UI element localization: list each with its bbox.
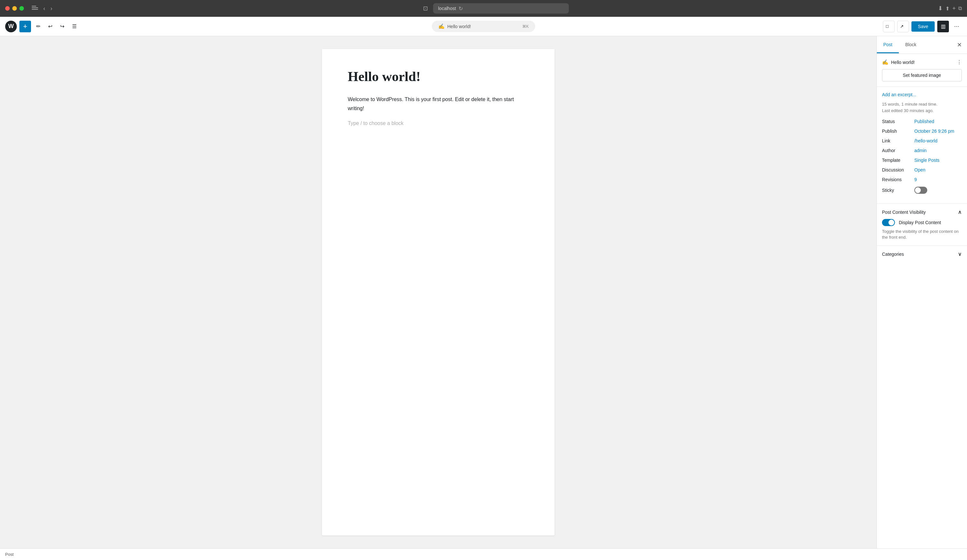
undo-button[interactable]: ↩ <box>46 21 55 32</box>
search-button[interactable]: ✍ Hello world! ⌘K <box>432 21 535 32</box>
traffic-light-fullscreen[interactable] <box>20 6 24 11</box>
statusbar-label: Post <box>5 552 13 557</box>
visibility-label: Display Post Content <box>899 220 941 225</box>
redo-button[interactable]: ↪ <box>58 21 67 32</box>
visibility-chevron-icon: ∧ <box>958 209 962 215</box>
post-content-area[interactable]: Hello world! Welcome to WordPress. This … <box>322 49 554 535</box>
post-more-button[interactable]: ⋮ <box>957 59 962 65</box>
preview-button[interactable]: □ <box>883 21 894 32</box>
discussion-label: Discussion <box>882 167 914 173</box>
editor-sidebar: Post Block ✕ ✍ Hello world! ⋮ Set <box>876 36 967 548</box>
tools-button[interactable]: ✏ <box>34 21 43 32</box>
sidebar-header: Post Block ✕ <box>877 36 967 54</box>
publish-row: Publish October 26 9:26 pm <box>882 128 962 134</box>
address-bar-container: ⊡ localhost <box>58 3 934 13</box>
status-value[interactable]: Published <box>914 119 934 124</box>
browser-share2-icon[interactable]: ⬆ <box>946 5 950 12</box>
publish-value[interactable]: October 26 9:26 pm <box>914 128 954 134</box>
browser-forward-button[interactable]: › <box>49 4 54 13</box>
sticky-label: Sticky <box>882 188 914 193</box>
external-link-button[interactable]: ↗ <box>897 21 909 32</box>
browser-new-tab-icon[interactable]: + <box>952 5 956 12</box>
set-featured-image-button[interactable]: Set featured image <box>882 69 962 81</box>
browser-nav: ‹ › <box>30 4 54 13</box>
traffic-light-close[interactable] <box>5 6 10 11</box>
sidebar-icon: ▥ <box>941 23 946 30</box>
display-post-toggle[interactable] <box>882 219 895 226</box>
close-icon: ✕ <box>957 42 962 48</box>
editor-statusbar: Post <box>0 548 967 560</box>
categories-chevron-icon: ∨ <box>958 251 962 257</box>
sidebar-toggle-button[interactable]: ▥ <box>937 21 949 32</box>
toolbar-search: ✍ Hello world! ⌘K <box>432 21 535 32</box>
traffic-light-minimize[interactable] <box>12 6 17 11</box>
save-button[interactable]: Save <box>911 21 935 32</box>
visibility-toggle-row: Display Post Content <box>882 219 962 226</box>
editor-canvas[interactable]: Hello world! Welcome to WordPress. This … <box>0 36 876 548</box>
status-row: Status Published <box>882 119 962 124</box>
post-body-paragraph[interactable]: Welcome to WordPress. This is your first… <box>348 95 529 112</box>
browser-windows-icon[interactable]: ⧉ <box>958 5 962 12</box>
browser-sidebar-button[interactable] <box>30 4 40 13</box>
template-value[interactable]: Single Posts <box>914 158 939 163</box>
link-value[interactable]: /hello-world <box>914 138 937 143</box>
post-more-icon: ⋮ <box>957 59 962 65</box>
address-url: localhost <box>438 6 456 11</box>
editor-toolbar: W + ✏ ↩ ↪ ☰ ✍ Hello world! ⌘K □ <box>0 17 967 36</box>
sticky-row: Sticky <box>882 187 962 194</box>
list-view-button[interactable]: ☰ <box>69 21 79 32</box>
wp-logo[interactable]: W <box>5 21 17 32</box>
more-options-icon: ⋯ <box>954 23 959 30</box>
visibility-header[interactable]: Post Content Visibility ∧ <box>882 209 962 215</box>
add-excerpt-link[interactable]: Add an excerpt... <box>882 92 962 97</box>
author-value[interactable]: admin <box>914 148 927 153</box>
template-label: Template <box>882 158 914 163</box>
add-block-button[interactable]: + <box>20 21 31 32</box>
visibility-section: Post Content Visibility ∧ Display Post C… <box>877 203 967 245</box>
post-info-section: ✍ Hello world! ⋮ Set featured image <box>877 54 967 87</box>
sidebar-close-button[interactable]: ✕ <box>952 36 967 54</box>
author-row: Author admin <box>882 148 962 153</box>
address-bar[interactable]: localhost <box>433 3 569 13</box>
revisions-label: Revisions <box>882 177 914 182</box>
display-post-thumb <box>888 220 894 226</box>
block-placeholder[interactable]: Type / to choose a block <box>348 120 529 126</box>
post-title-row: ✍ Hello world! ⋮ <box>882 59 962 65</box>
sidebar-body: ✍ Hello world! ⋮ Set featured image Add … <box>877 54 967 548</box>
more-options-button[interactable]: ⋯ <box>952 21 962 32</box>
categories-section: Categories ∨ <box>877 245 967 262</box>
visibility-description: Toggle the visibility of the post conten… <box>882 229 962 240</box>
search-text: Hello world! <box>447 24 471 29</box>
sticky-thumb <box>915 187 921 193</box>
browser-chrome: ‹ › ⊡ localhost ⬇ ⬆ + ⧉ <box>0 0 967 17</box>
reload-icon[interactable] <box>459 5 463 12</box>
sticky-toggle[interactable] <box>914 187 927 194</box>
categories-header[interactable]: Categories ∨ <box>882 251 962 257</box>
meta-section: Add an excerpt... 15 words, 1 minute rea… <box>877 87 967 203</box>
status-label: Status <box>882 119 914 124</box>
editor-main: Hello world! Welcome to WordPress. This … <box>0 36 967 548</box>
categories-title: Categories <box>882 252 904 257</box>
wp-logo-letter: W <box>8 23 14 30</box>
browser-extra-icons: ⬇ ⬆ + ⧉ <box>938 5 962 12</box>
preview-icon: □ <box>886 24 888 29</box>
revisions-row: Revisions 9 <box>882 177 962 182</box>
add-icon: + <box>23 22 28 31</box>
browser-download-icon[interactable]: ⬇ <box>938 5 943 12</box>
post-title-heading[interactable]: Hello world! <box>348 69 529 85</box>
undo-icon: ↩ <box>48 23 52 30</box>
revisions-value[interactable]: 9 <box>914 177 917 182</box>
browser-back-button[interactable]: ‹ <box>42 4 46 13</box>
tab-post[interactable]: Post <box>877 37 899 53</box>
post-icon: ✍ <box>882 59 888 65</box>
redo-icon: ↪ <box>60 23 64 30</box>
link-row: Link /hello-world <box>882 138 962 143</box>
browser-share-icon[interactable]: ⊡ <box>423 5 428 12</box>
discussion-row: Discussion Open <box>882 167 962 173</box>
publish-label: Publish <box>882 128 914 134</box>
meta-info: 15 words, 1 minute read time. Last edite… <box>882 101 962 114</box>
tab-block[interactable]: Block <box>899 37 923 53</box>
visibility-title: Post Content Visibility <box>882 209 926 215</box>
discussion-value[interactable]: Open <box>914 167 925 173</box>
sticky-track <box>914 187 927 194</box>
